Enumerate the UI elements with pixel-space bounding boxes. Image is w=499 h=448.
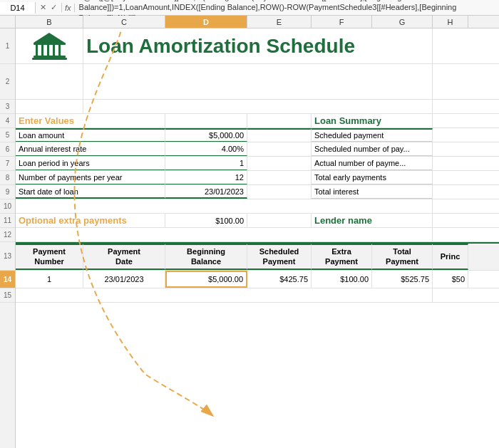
col-header-f[interactable]: F bbox=[312, 16, 372, 28]
num-payments-value[interactable]: 12 bbox=[165, 171, 247, 184]
row-15 bbox=[16, 288, 499, 303]
row-num-11[interactable]: 11 bbox=[0, 214, 15, 228]
loan-amount-label: Loan amount bbox=[16, 128, 165, 142]
row-num-6[interactable]: 6 bbox=[0, 142, 15, 157]
scheduled-payment-label: Scheduled payment bbox=[312, 128, 433, 142]
r15 bbox=[16, 288, 433, 302]
formula-bar: D14 ✕ ✓ fx =@IF([@[Payment Number]]<>"",… bbox=[0, 0, 499, 16]
svg-marker-7 bbox=[34, 33, 65, 43]
r4-e bbox=[247, 114, 312, 127]
header-payment-date-line1: Payment bbox=[108, 247, 140, 256]
annual-rate-value[interactable]: 4.00% bbox=[165, 142, 247, 156]
row-12 bbox=[16, 228, 499, 242]
header-sched-pmt-line2: Payment bbox=[263, 257, 296, 266]
corner-cell bbox=[0, 16, 16, 28]
col-header-g[interactable]: G bbox=[372, 16, 433, 28]
row-num-1[interactable]: 1 bbox=[0, 28, 15, 64]
cell-extra-pmt[interactable]: $100.00 bbox=[312, 271, 372, 288]
r4-d bbox=[165, 114, 247, 127]
bank-icon-cell bbox=[16, 28, 83, 63]
cancel-icon[interactable]: ✕ bbox=[38, 3, 48, 12]
row-num-8[interactable]: 8 bbox=[0, 171, 15, 185]
fx-label: fx bbox=[62, 4, 75, 12]
r2-rest bbox=[83, 64, 433, 99]
header-beg-bal-line2: Balance bbox=[191, 257, 221, 266]
row-num-14[interactable]: 14 bbox=[0, 271, 15, 288]
row-10 bbox=[16, 199, 499, 214]
col-header-c[interactable]: C bbox=[83, 16, 165, 28]
header-beg-bal-line1: Beginning bbox=[187, 247, 225, 256]
row-9: Start date of loan 23/01/2023 Total inte… bbox=[16, 185, 499, 199]
total-interest-label: Total interest bbox=[312, 185, 433, 199]
r3-b bbox=[16, 100, 83, 113]
svg-rect-6 bbox=[34, 56, 66, 58]
row-num-15[interactable]: 15 bbox=[0, 288, 15, 303]
row-11: Optional extra payments $100.00 Lender n… bbox=[16, 214, 499, 228]
row-4: Enter Values Loan Summary bbox=[16, 114, 499, 128]
loan-period-value[interactable]: 1 bbox=[165, 157, 247, 170]
r3-rest bbox=[83, 100, 433, 113]
loan-summary-header: Loan Summary bbox=[312, 114, 433, 127]
header-principal: Princ bbox=[433, 244, 468, 270]
row-num-12[interactable]: 12 bbox=[0, 228, 15, 242]
header-payment-date-line2: Date bbox=[115, 257, 133, 266]
header-extra-pmt-line2: Payment bbox=[325, 257, 358, 266]
header-total-pmt-line1: Total bbox=[393, 247, 411, 256]
r8-e bbox=[247, 171, 312, 184]
svg-rect-3 bbox=[47, 45, 49, 56]
title-cell: Loan Amortization Schedule bbox=[83, 28, 433, 63]
row-num-2[interactable]: 2 bbox=[0, 64, 15, 100]
grid-content: Loan Amortization Schedule Enter Values … bbox=[16, 28, 499, 448]
header-payment-date: Payment Date bbox=[83, 244, 165, 270]
cell-payment-num[interactable]: 1 bbox=[16, 271, 83, 288]
col-header-d[interactable]: D bbox=[165, 16, 247, 28]
loan-amount-value[interactable]: $5,000.00 bbox=[165, 128, 247, 142]
header-scheduled-payment: Scheduled Payment bbox=[247, 244, 312, 270]
row-num-5[interactable]: 5 bbox=[0, 128, 15, 142]
row-1: Loan Amortization Schedule bbox=[16, 28, 499, 64]
header-payment-number: Payment Number bbox=[16, 244, 83, 270]
row-2 bbox=[16, 64, 499, 100]
spreadsheet-body: 1 2 3 4 5 6 7 8 9 10 11 12 13 14 15 bbox=[0, 28, 499, 448]
svg-rect-1 bbox=[36, 45, 38, 56]
cell-payment-date[interactable]: 23/01/2023 bbox=[83, 271, 165, 288]
column-headers: B C D E F G H bbox=[0, 16, 499, 28]
header-total-pmt-line2: Payment bbox=[386, 257, 418, 266]
cell-total-pmt[interactable]: $525.75 bbox=[372, 271, 433, 288]
cell-principal[interactable]: $50 bbox=[433, 271, 468, 288]
header-extra-payment: Extra Payment bbox=[312, 244, 372, 270]
grid-rows: Loan Amortization Schedule Enter Values … bbox=[16, 28, 499, 303]
row-5: Loan amount $5,000.00 Scheduled payment bbox=[16, 128, 499, 142]
header-principal-line1: Princ bbox=[441, 252, 461, 261]
r2-b bbox=[16, 64, 83, 99]
row-13-header: Payment Number Payment Date Beginning Ba… bbox=[16, 242, 499, 271]
confirm-icon[interactable]: ✓ bbox=[49, 3, 58, 12]
row-7: Loan period in years 1 Actual number of … bbox=[16, 157, 499, 171]
row-num-10[interactable]: 10 bbox=[0, 199, 15, 214]
loan-period-label: Loan period in years bbox=[16, 157, 165, 170]
col-header-h[interactable]: H bbox=[433, 16, 468, 28]
formula-icons: ✕ ✓ bbox=[36, 3, 62, 12]
lender-name-label: Lender name bbox=[312, 214, 433, 227]
cell-scheduled-pmt[interactable]: $425.75 bbox=[247, 271, 312, 288]
row-num-3[interactable]: 3 bbox=[0, 100, 15, 114]
svg-rect-5 bbox=[58, 45, 61, 56]
col-header-e[interactable]: E bbox=[247, 16, 312, 28]
header-beginning-balance: Beginning Balance bbox=[165, 244, 247, 270]
row-num-4[interactable]: 4 bbox=[0, 114, 15, 128]
header-sched-pmt-line1: Scheduled bbox=[259, 247, 299, 256]
cell-beginning-balance[interactable]: $5,000.00 bbox=[165, 271, 247, 288]
header-extra-pmt-line1: Extra bbox=[331, 247, 351, 256]
svg-rect-2 bbox=[41, 45, 43, 56]
row-num-13[interactable]: 13 bbox=[0, 242, 15, 271]
row-num-9[interactable]: 9 bbox=[0, 185, 15, 199]
cell-reference[interactable]: D14 bbox=[0, 2, 36, 14]
col-header-b[interactable]: B bbox=[16, 16, 83, 28]
row-num-7[interactable]: 7 bbox=[0, 157, 15, 171]
sched-num-payments-label: Scheduled number of pay... bbox=[312, 142, 433, 156]
optional-extra-value[interactable]: $100.00 bbox=[165, 214, 247, 227]
r9-e bbox=[247, 185, 312, 199]
r5-e bbox=[247, 128, 312, 142]
svg-rect-8 bbox=[32, 58, 67, 60]
start-date-value[interactable]: 23/01/2023 bbox=[165, 185, 247, 199]
